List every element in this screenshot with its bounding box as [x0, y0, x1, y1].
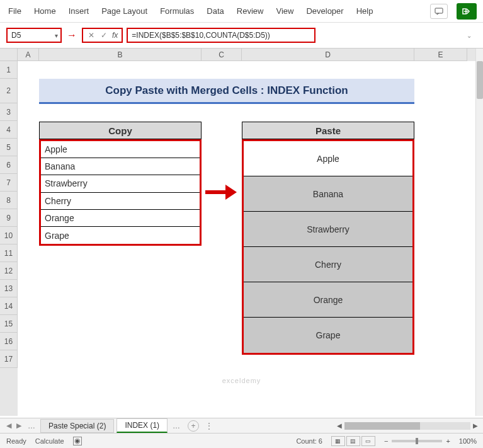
col-header-E[interactable]: E	[414, 49, 467, 61]
row-header-13[interactable]: 13	[0, 280, 18, 297]
ribbon-data[interactable]: Data	[205, 4, 225, 18]
vertical-scrollbar[interactable]	[475, 49, 483, 416]
fx-icon[interactable]: fx	[111, 31, 119, 40]
ribbon-formulas[interactable]: Formulas	[158, 4, 196, 18]
paste-header: Paste	[242, 122, 414, 139]
zoom-out-icon[interactable]: −	[384, 437, 388, 445]
row-header-15[interactable]: 15	[0, 315, 18, 333]
view-buttons: ▦ ▤ ▭	[331, 436, 375, 446]
comment-icon	[435, 8, 443, 15]
tab-overflow-icon[interactable]: …	[25, 422, 38, 430]
status-count: Count: 6	[296, 437, 322, 445]
annotation-arrow-icon: →	[67, 30, 77, 41]
tab-divider-icon: ⋮	[205, 422, 213, 430]
paste-cell[interactable]: Grape	[244, 318, 412, 353]
row-header-1[interactable]: 1	[0, 61, 18, 79]
spreadsheet-grid: A B C D E 1 2 3 4 5 6 7 8 9 10 11 12 13 …	[0, 48, 483, 416]
paste-cell[interactable]: Orange	[244, 282, 412, 318]
tab-prev-icon[interactable]: ◀	[5, 422, 13, 430]
enter-icon[interactable]: ✓	[98, 30, 110, 41]
formula-bar: D5 ▾ → ✕ ✓ fx =INDEX($B$5:$B$10,COUNTA(D…	[0, 23, 483, 48]
tab-next-icon[interactable]: ▶	[15, 422, 23, 430]
status-bar: Ready Calculate ◉ Count: 6 ▦ ▤ ▭ − + 100…	[0, 433, 483, 448]
row-header-12[interactable]: 12	[0, 262, 18, 280]
paste-range-highlight: Apple Banana Strawberry Cherry Orange Gr…	[242, 139, 414, 355]
scroll-right-icon[interactable]: ▶	[473, 422, 478, 429]
paste-cell[interactable]: Strawberry	[244, 212, 412, 247]
annotation-arrow	[205, 185, 238, 200]
col-header-C[interactable]: C	[202, 49, 242, 61]
row-header-16[interactable]: 16	[0, 333, 18, 350]
zoom-slider[interactable]: − +	[384, 437, 450, 445]
cancel-icon[interactable]: ✕	[86, 30, 97, 41]
copy-cell[interactable]: Grape	[41, 227, 200, 244]
sheet-tab-index[interactable]: INDEX (1)	[116, 418, 168, 433]
sheet-tab-paste-special[interactable]: Paste Special (2)	[40, 419, 114, 433]
ribbon-insert[interactable]: Insert	[67, 4, 91, 18]
row-header-6[interactable]: 6	[0, 156, 18, 174]
row-headers: 1 2 3 4 5 6 7 8 9 10 11 12 13 14 15 16 1…	[0, 61, 18, 416]
row-header-7[interactable]: 7	[0, 174, 18, 192]
status-ready: Ready	[6, 437, 26, 445]
row-header-5[interactable]: 5	[0, 139, 18, 156]
col-header-B[interactable]: B	[39, 49, 202, 61]
copy-cell[interactable]: Orange	[41, 210, 200, 227]
ribbon-file[interactable]: File	[6, 4, 23, 18]
comments-button[interactable]	[430, 4, 448, 19]
share-button[interactable]	[457, 3, 477, 20]
horizontal-scrollbar[interactable]: ◀ ▶	[337, 422, 478, 430]
ribbon-pagelayout[interactable]: Page Layout	[99, 4, 149, 18]
expand-formula-icon[interactable]: ⌄	[467, 32, 477, 39]
view-pagelayout-button[interactable]: ▤	[346, 436, 360, 446]
share-icon	[462, 7, 471, 16]
row-header-11[interactable]: 11	[0, 244, 18, 262]
column-headers: A B C D E	[0, 49, 475, 61]
col-header-D[interactable]: D	[242, 49, 414, 61]
hscroll-thumb[interactable]	[344, 422, 420, 430]
svg-rect-0	[435, 8, 443, 13]
row-header-2[interactable]: 2	[0, 79, 18, 103]
row-header-8[interactable]: 8	[0, 192, 18, 209]
add-sheet-button[interactable]: +	[188, 420, 199, 432]
paste-cell[interactable]: Apple	[244, 141, 412, 176]
copy-cell[interactable]: Apple	[41, 141, 200, 158]
zoom-in-icon[interactable]: +	[446, 437, 450, 445]
ribbon-home[interactable]: Home	[32, 4, 58, 18]
cell-reference: D5	[11, 31, 21, 40]
copy-cell[interactable]: Strawberry	[41, 175, 200, 192]
ribbon-tabs: File Home Insert Page Layout Formulas Da…	[0, 0, 483, 23]
ribbon-developer[interactable]: Developer	[304, 4, 345, 18]
cells-area[interactable]: Copy Paste with Merged Cells : INDEX Fun…	[18, 61, 475, 416]
tab-more-icon[interactable]: …	[170, 422, 183, 430]
ribbon-help[interactable]: Help	[355, 4, 375, 18]
select-all-corner[interactable]	[0, 49, 18, 61]
ribbon-view[interactable]: View	[274, 4, 295, 18]
paste-cell[interactable]: Banana	[244, 176, 412, 212]
zoom-level[interactable]: 100%	[459, 437, 477, 445]
view-normal-button[interactable]: ▦	[331, 436, 345, 446]
formula-text: =INDEX($B$5:$B$10,COUNTA(D$5:D5))	[132, 31, 270, 40]
chevron-down-icon[interactable]: ▾	[55, 32, 58, 39]
row-header-17[interactable]: 17	[0, 350, 18, 368]
row-header-14[interactable]: 14	[0, 297, 18, 315]
copy-range-highlight: Apple Banana Strawberry Cherry Orange Gr…	[39, 139, 202, 246]
name-box[interactable]: D5 ▾	[6, 28, 62, 43]
paste-cell[interactable]: Cherry	[244, 247, 412, 282]
ribbon-review[interactable]: Review	[235, 4, 266, 18]
copy-header: Copy	[39, 122, 202, 139]
formula-input[interactable]: =INDEX($B$5:$B$10,COUNTA(D$5:D5))	[127, 28, 315, 43]
row-header-10[interactable]: 10	[0, 227, 18, 244]
row-header-3[interactable]: 3	[0, 103, 18, 121]
copy-cell[interactable]: Banana	[41, 158, 200, 175]
col-header-A[interactable]: A	[18, 49, 39, 61]
sheet-title: Copy Paste with Merged Cells : INDEX Fun…	[39, 79, 414, 104]
view-pagebreak-button[interactable]: ▭	[361, 436, 375, 446]
copy-cell[interactable]: Cherry	[41, 193, 200, 210]
row-header-4[interactable]: 4	[0, 121, 18, 139]
macro-record-icon[interactable]: ◉	[73, 437, 82, 445]
scroll-left-icon[interactable]: ◀	[337, 422, 342, 429]
scroll-thumb[interactable]	[477, 61, 483, 99]
formula-buttons: ✕ ✓ fx	[82, 28, 123, 43]
status-calculate: Calculate	[35, 437, 64, 445]
row-header-9[interactable]: 9	[0, 209, 18, 227]
